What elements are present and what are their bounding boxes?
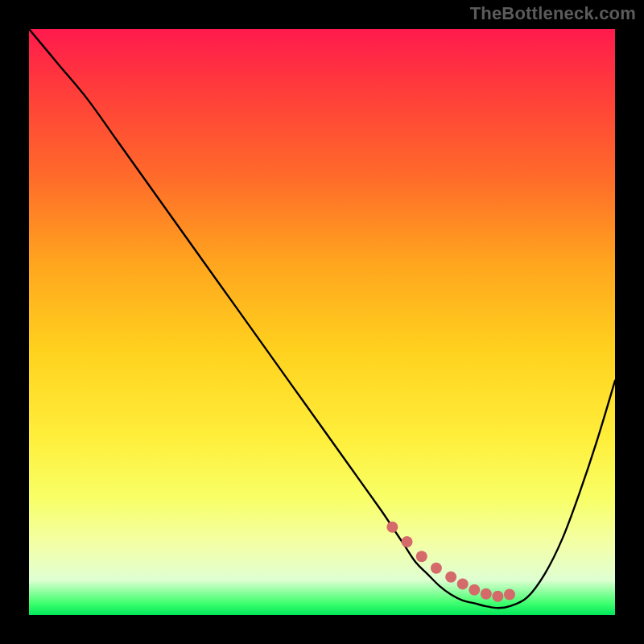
curve-marker <box>469 584 480 596</box>
curve-marker <box>402 536 413 547</box>
watermark-text: TheBottleneck.com <box>470 3 636 24</box>
curve-marker <box>431 563 442 574</box>
curve-marker <box>492 591 503 602</box>
curve-marker <box>457 578 469 589</box>
curve-marker <box>386 522 398 533</box>
bottleneck-curve <box>29 29 615 608</box>
curve-marker <box>504 589 515 601</box>
chart-svg <box>29 29 615 615</box>
curve-markers <box>386 522 515 602</box>
chart-frame: TheBottleneck.com <box>0 0 644 644</box>
curve-marker <box>481 588 492 600</box>
curve-marker <box>416 551 427 562</box>
curve-marker <box>445 572 456 583</box>
plot-area <box>29 29 615 615</box>
